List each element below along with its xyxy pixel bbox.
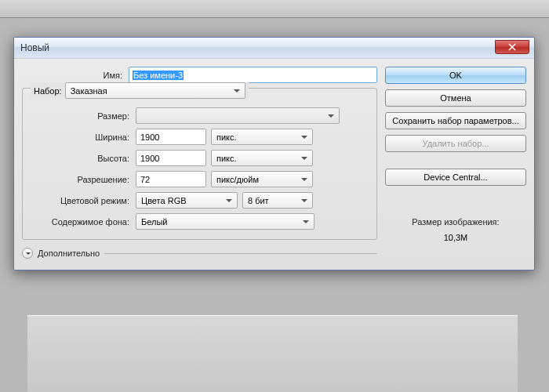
name-label: Имя: [22, 71, 124, 80]
resolution-input[interactable] [136, 171, 206, 187]
advanced-toggle[interactable]: Дополнительно [22, 248, 377, 259]
preset-select[interactable]: Заказная [65, 82, 245, 99]
ok-button[interactable]: OK [385, 67, 526, 84]
color-mode-select[interactable]: Цвета RGB [136, 192, 238, 209]
name-value: Без имени-3 [133, 71, 184, 80]
divider [104, 253, 377, 254]
new-document-dialog: Новый Имя: Без имени-3 Набор: Заказная [13, 37, 535, 270]
width-unit-select[interactable]: пикс. [211, 129, 313, 145]
height-label: Высота: [29, 154, 131, 163]
save-preset-button[interactable]: Сохранить набор параметров... [385, 112, 526, 129]
chevron-down-icon [22, 248, 33, 259]
name-input[interactable]: Без имени-3 [129, 67, 377, 83]
dialog-title: Новый [20, 42, 49, 53]
settings-group: Набор: Заказная Размер: Ширина: пикс. [22, 88, 377, 240]
preset-legend: Набор: Заказная [31, 82, 249, 99]
cancel-button[interactable]: Отмена [385, 89, 526, 107]
color-depth-select[interactable]: 8 бит [242, 192, 313, 209]
titlebar[interactable]: Новый [14, 38, 534, 59]
device-central-button[interactable]: Device Central... [385, 169, 526, 186]
delete-preset-button[interactable]: Удалить набор... [385, 135, 526, 152]
color-mode-label: Цветовой режим: [29, 196, 131, 205]
close-icon [508, 43, 516, 51]
image-size-value: 10,3M [385, 233, 526, 242]
bg-label: Содержимое фона: [29, 217, 131, 227]
width-input[interactable] [136, 129, 206, 145]
size-select[interactable] [136, 107, 340, 124]
advanced-label: Дополнительно [38, 249, 100, 258]
resolution-unit-select[interactable]: пикс/дюйм [211, 171, 313, 187]
height-unit-select[interactable]: пикс. [211, 150, 313, 166]
size-label: Размер: [29, 111, 131, 121]
resolution-label: Разрешение: [29, 175, 131, 184]
bg-contents-select[interactable]: Белый [136, 213, 314, 230]
preset-label: Набор: [34, 86, 62, 96]
width-label: Ширина: [29, 132, 131, 142]
height-input[interactable] [136, 150, 206, 166]
image-size-label: Размер изображения: [385, 217, 526, 227]
close-button[interactable] [495, 40, 529, 54]
